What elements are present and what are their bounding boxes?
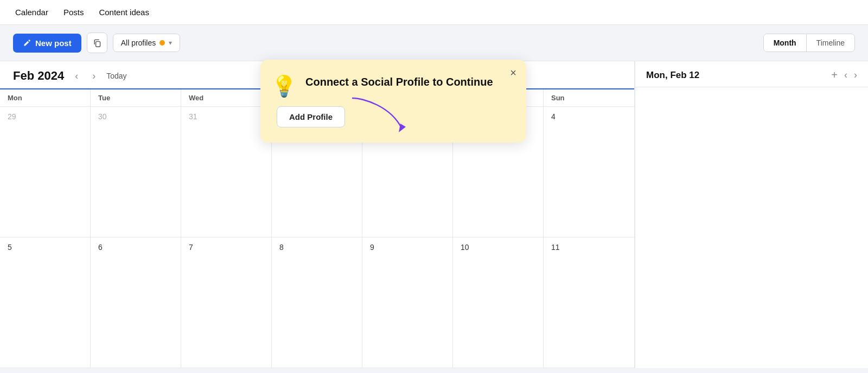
day-cell-11[interactable]: 11	[544, 237, 634, 368]
next-day-button[interactable]: ›	[854, 69, 857, 81]
svg-marker-1	[399, 124, 406, 132]
nav-content-ideas[interactable]: Content ideas	[99, 8, 149, 17]
popup-bottom: Add Profile	[271, 106, 510, 127]
nav-calendar[interactable]: Calendar	[15, 8, 48, 17]
day-cell-31[interactable]: 31	[181, 107, 272, 237]
day-cell-7[interactable]: 7	[181, 237, 272, 368]
chevron-down-icon: ▾	[169, 39, 172, 47]
popup-title: Connect a Social Profile to Continue	[305, 75, 493, 89]
prev-day-button[interactable]: ‹	[844, 69, 847, 81]
day-cell-6[interactable]: 6	[91, 237, 181, 368]
day-header-sun: Sun	[544, 89, 634, 106]
timeline-view-button[interactable]: Timeline	[807, 34, 854, 52]
right-panel: Mon, Feb 12 + ‹ ›	[635, 61, 868, 368]
add-event-button[interactable]: +	[831, 69, 838, 81]
day-header-tue: Tue	[91, 89, 181, 106]
popup-overlay: × 💡 Connect a Social Profile to Continue…	[260, 60, 526, 143]
day-header-wed: Wed	[181, 89, 272, 106]
popup-close-button[interactable]: ×	[510, 67, 516, 78]
today-button[interactable]: Today	[106, 72, 126, 80]
new-post-button[interactable]: New post	[13, 34, 81, 53]
day-cell-30[interactable]: 30	[91, 107, 181, 237]
month-view-button[interactable]: Month	[764, 34, 807, 52]
week-row-2: 5 6 7 8 9 10 11	[0, 237, 634, 368]
prev-month-button[interactable]: ‹	[72, 69, 81, 83]
copy-button[interactable]	[87, 33, 107, 53]
day-header-mon: Mon	[0, 89, 91, 106]
arrow-icon	[347, 95, 412, 133]
next-month-button[interactable]: ›	[89, 69, 99, 83]
add-profile-button[interactable]: Add Profile	[277, 106, 345, 127]
day-cell-4[interactable]: 4	[544, 107, 634, 237]
popup-top: 💡 Connect a Social Profile to Continue	[271, 75, 510, 97]
profiles-dropdown[interactable]: All profiles ▾	[113, 34, 181, 52]
pencil-icon	[23, 38, 31, 47]
connect-profile-popup: × 💡 Connect a Social Profile to Continue…	[260, 60, 526, 143]
day-cell-9[interactable]: 9	[362, 237, 453, 368]
calendar-title: Feb 2024	[13, 69, 64, 83]
day-cell-29[interactable]: 29	[0, 107, 91, 237]
right-panel-title: Mon, Feb 12	[646, 70, 825, 81]
copy-icon	[93, 38, 101, 47]
day-cell-5[interactable]: 5	[0, 237, 91, 368]
day-cell-8[interactable]: 8	[272, 237, 362, 368]
nav-posts[interactable]: Posts	[63, 8, 84, 17]
notification-dot	[159, 40, 165, 46]
toolbar: New post All profiles ▾ Month Timeline	[0, 25, 868, 61]
svg-rect-0	[95, 42, 100, 47]
top-nav: Calendar Posts Content ideas	[0, 0, 868, 25]
day-cell-10[interactable]: 10	[453, 237, 544, 368]
lightbulb-icon: 💡	[271, 76, 297, 97]
right-panel-header: Mon, Feb 12 + ‹ ›	[635, 61, 868, 87]
view-toggle: Month Timeline	[763, 34, 855, 52]
